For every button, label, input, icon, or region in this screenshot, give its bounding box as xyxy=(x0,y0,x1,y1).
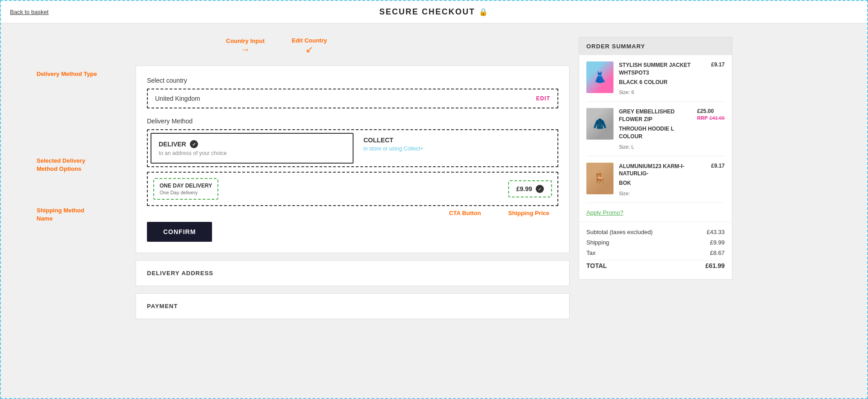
left-panel: Country Input → Edit Country ↙ Delivery … xyxy=(136,37,570,319)
payment-title: PAYMENT xyxy=(147,303,558,310)
payment-card: PAYMENT xyxy=(136,293,570,319)
item-image-3: 🪑 xyxy=(586,163,613,194)
item-details-2: GREY EMBELLISHED FLOWER ZIP THROUGH HOOD… xyxy=(619,108,725,149)
country-value: United Kingdom xyxy=(155,95,200,102)
right-panel: ORDER SUMMARY 👗 STYLISH SUMMER JACKET WH… xyxy=(579,37,732,319)
item-name-1: STYLISH SUMMER JACKET WHTSPOT3 BLACK 6 C… xyxy=(619,61,711,88)
deliver-check-icon: ✓ xyxy=(190,140,198,148)
rrp-label: RRP xyxy=(697,115,708,121)
country-section: Select country United Kingdom EDIT xyxy=(147,77,558,108)
rrp-price: £41.66 xyxy=(709,115,725,121)
back-to-basket-link[interactable]: Back to basket xyxy=(10,9,48,15)
tax-row: Tax £8.67 xyxy=(586,249,725,256)
promo-section: Apply Promo? xyxy=(579,203,732,222)
delivery-address-card: DELIVERY ADDRESS xyxy=(136,260,570,286)
item-rrp-2: RRP £41.66 xyxy=(697,115,725,121)
order-item-3: 🪑 ALUMUNIUM123 KARM-I-NATURLIG- BOK £9.1… xyxy=(586,156,725,203)
shipping-row: Shipping £9.99 xyxy=(586,239,725,246)
deliver-option[interactable]: DELIVER ✓ to an address of your choice xyxy=(151,133,354,164)
item-header-1: STYLISH SUMMER JACKET WHTSPOT3 BLACK 6 C… xyxy=(619,61,725,88)
subtotal-row: Subtotal (taxes excluded) £43.33 xyxy=(586,229,725,235)
item-header-3: ALUMUNIUM123 KARM-I-NATURLIG- BOK £9.17 xyxy=(619,163,725,189)
item-size-2: Size: L xyxy=(619,144,725,150)
order-summary: ORDER SUMMARY 👗 STYLISH SUMMER JACKET WH… xyxy=(579,37,732,280)
lock-icon: 🔒 xyxy=(479,8,489,16)
item-price-3: £9.17 xyxy=(711,163,725,169)
item-image-1: 👗 xyxy=(586,61,613,93)
annotation-selected-delivery: Selected DeliveryMethod Options xyxy=(37,157,85,172)
collect-option[interactable]: COLLECT in store or using Collect+ xyxy=(356,130,557,166)
checkout-card: Delivery Method Type Selected DeliveryMe… xyxy=(136,66,570,253)
subtotal-value: £43.33 xyxy=(707,229,725,235)
item-details-3: ALUMUNIUM123 KARM-I-NATURLIG- BOK £9.17 … xyxy=(619,163,725,196)
delivery-price-box[interactable]: £9.99 ✓ xyxy=(508,180,552,197)
annotation-country-input: Country Input xyxy=(226,38,264,44)
checkout-header: Back to basket SECURE CHECKOUT 🔒 xyxy=(1,1,867,23)
item-name-2: GREY EMBELLISHED FLOWER ZIP THROUGH HOOD… xyxy=(619,108,697,142)
item-image-placeholder-3: 🪑 xyxy=(586,163,613,194)
item-price-rrp-group: £25.00 RRP £41.66 xyxy=(697,108,725,121)
item-size-1: Size: 6 xyxy=(619,89,725,95)
delivery-address-title: DELIVERY ADDRESS xyxy=(147,270,558,277)
annotation-shipping-method-name: Shipping MethodName xyxy=(37,207,84,222)
item-image-placeholder-2: 🧥 xyxy=(586,108,613,140)
tax-label: Tax xyxy=(586,249,595,256)
one-day-delivery-item[interactable]: ONE DAY DELIVERY One Day delivery xyxy=(153,178,218,200)
header-title-text: SECURE CHECKOUT xyxy=(379,7,475,17)
annotation-cta-button: CTA Button xyxy=(449,210,481,216)
delivery-options-box: DELIVER ✓ to an address of your choice C… xyxy=(147,129,558,167)
item-image-2: 🧥 xyxy=(586,108,613,140)
header-title: SECURE CHECKOUT 🔒 xyxy=(379,7,489,17)
collect-option-title: COLLECT xyxy=(363,136,550,144)
delivery-option-name: ONE DAY DELIVERY xyxy=(160,183,212,189)
order-item-2: 🧥 GREY EMBELLISHED FLOWER ZIP THROUGH HO… xyxy=(586,102,725,156)
delivery-method-label: Delivery Method xyxy=(147,117,558,125)
order-item-1: 👗 STYLISH SUMMER JACKET WHTSPOT3 BLACK 6… xyxy=(586,55,725,102)
main-content: Country Input → Edit Country ↙ Delivery … xyxy=(118,23,750,333)
order-summary-header: ORDER SUMMARY xyxy=(579,38,732,55)
shipping-value: £9.99 xyxy=(710,239,725,246)
item-price-2: £25.00 xyxy=(697,108,725,114)
order-items-list: 👗 STYLISH SUMMER JACKET WHTSPOT3 BLACK 6… xyxy=(579,55,732,203)
item-details-1: STYLISH SUMMER JACKET WHTSPOT3 BLACK 6 C… xyxy=(619,61,725,95)
annotation-shipping-price: Shipping Price xyxy=(508,210,549,216)
item-header-2: GREY EMBELLISHED FLOWER ZIP THROUGH HOOD… xyxy=(619,108,725,142)
totals-section: Subtotal (taxes excluded) £43.33 Shippin… xyxy=(579,222,732,279)
price-check-icon: ✓ xyxy=(536,185,544,193)
total-label: TOTAL xyxy=(586,262,607,269)
annotation-delivery-method-type: Delivery Method Type xyxy=(37,70,97,77)
country-input-box[interactable]: United Kingdom EDIT xyxy=(147,89,558,108)
apply-promo-link[interactable]: Apply Promo? xyxy=(586,209,623,216)
subtotal-label: Subtotal (taxes excluded) xyxy=(586,229,653,235)
deliver-option-title: DELIVER ✓ xyxy=(159,140,345,148)
shipping-label: Shipping xyxy=(586,239,609,246)
grand-total-row: TOTAL £61.99 xyxy=(586,260,725,269)
delivery-price: £9.99 xyxy=(516,185,532,192)
tax-value: £8.67 xyxy=(710,249,725,256)
collect-option-subtitle: in store or using Collect+ xyxy=(363,146,550,152)
confirm-button[interactable]: CONFIRM xyxy=(147,222,212,242)
item-size-3: Size: xyxy=(619,191,725,196)
item-name-3: ALUMUNIUM123 KARM-I-NATURLIG- BOK xyxy=(619,163,711,189)
country-section-label: Select country xyxy=(147,77,558,84)
edit-country-link[interactable]: EDIT xyxy=(536,95,550,102)
delivery-option-desc: One Day delivery xyxy=(160,190,212,195)
delivery-method-section: Delivery Method DELIVER ✓ to an address … xyxy=(147,117,558,242)
annotation-edit-country: Edit Country xyxy=(292,37,327,44)
deliver-option-subtitle: to an address of your choice xyxy=(159,150,345,156)
item-image-placeholder-1: 👗 xyxy=(586,61,613,93)
selected-delivery-box: ONE DAY DELIVERY One Day delivery £9.99 … xyxy=(147,172,558,206)
total-value: £61.99 xyxy=(705,262,725,269)
item-price-1: £9.17 xyxy=(711,61,725,68)
